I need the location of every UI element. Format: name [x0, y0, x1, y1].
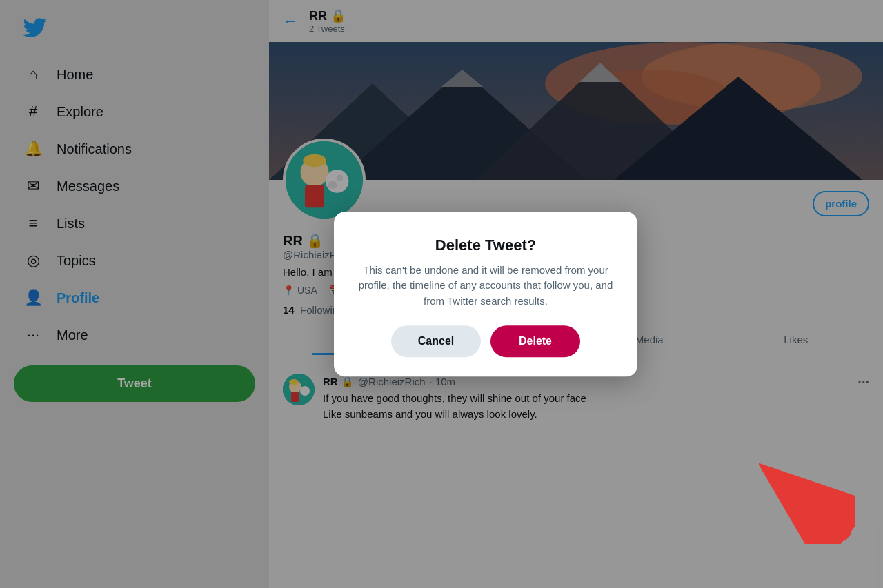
cancel-button[interactable]: Cancel — [391, 325, 481, 357]
modal-body: This can't be undone and it will be remo… — [356, 263, 615, 310]
modal-buttons: Cancel Delete — [356, 325, 615, 357]
delete-button[interactable]: Delete — [490, 325, 580, 357]
modal-title: Delete Tweet? — [356, 236, 615, 254]
delete-tweet-modal: Delete Tweet? This can't be undone and i… — [334, 212, 637, 377]
